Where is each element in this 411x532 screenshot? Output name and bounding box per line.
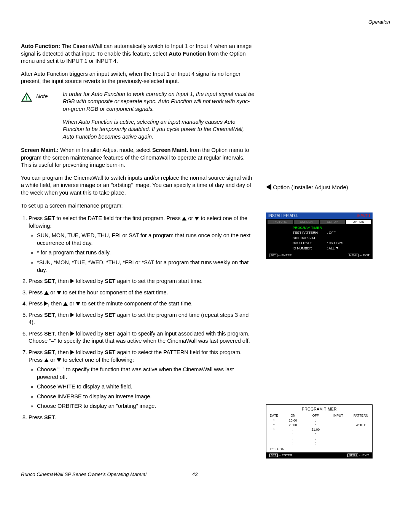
- header-section: Operation: [21, 19, 390, 25]
- pt-menu-button: MENU: [347, 454, 358, 457]
- osd-set-button: SET: [269, 254, 277, 257]
- right-arrow-icon: [70, 279, 74, 283]
- step-7: Press SET, then followed by SET again to…: [29, 349, 255, 410]
- pt-head-date: DATE: [266, 414, 282, 417]
- step-2: Press SET, then followed by SET again to…: [29, 278, 255, 285]
- horizontal-rule: [21, 34, 390, 34]
- side-heading: Option (Installer Adjust Mode): [266, 184, 390, 191]
- pt-set-button: SET: [269, 454, 278, 457]
- osd-tab-screen: SCREEN: [294, 220, 319, 224]
- warning-icon: [21, 91, 32, 104]
- para-setup-intro: To set up a screen maintenance program:: [21, 202, 255, 210]
- screen-maint-t1: When in Installer Adjust mode, select: [60, 147, 152, 153]
- step-1: Press SET to select the DATE field for t…: [29, 215, 255, 274]
- dropdown-icon: [336, 247, 339, 249]
- note-text-1: In order for Auto Function to work corre…: [63, 91, 255, 113]
- osd-figure: INSTALLER ADJ. INPUT 3 PICTURE SCREEN SE…: [266, 212, 373, 259]
- para-program-desc: You can program the CinemaWall to switch…: [21, 174, 255, 197]
- right-arrow-icon: [44, 301, 48, 306]
- step-5: Press SET, then followed by SET again to…: [29, 312, 255, 326]
- footer: Runco CinemaWall SP Series Owner's Opera…: [21, 471, 390, 477]
- para-auto-function-2: After Auto Function triggers an input sw…: [21, 70, 255, 85]
- down-arrow-icon: [57, 291, 61, 295]
- osd-row-id: ID NUMBER: [293, 246, 327, 251]
- screen-maint-t2: Screen Maint.: [152, 147, 188, 153]
- pt-head-input: INPUT: [327, 414, 350, 417]
- pt-row: *20:00:WHITE: [266, 423, 372, 427]
- step-1-bullet-3: *SUN, *MON, *TUE, *WED, *THU, *FRI or *S…: [37, 259, 255, 274]
- pt-row: *:21:00: [266, 427, 372, 432]
- up-arrow-icon: [44, 291, 49, 295]
- note-text-2: When Auto Function is active, selecting …: [63, 118, 255, 141]
- osd-title: INSTALLER ADJ.: [268, 214, 298, 218]
- step-7-bullet-4: Choose ORBITER to display an "orbiting" …: [37, 403, 255, 410]
- right-arrow-icon: [70, 313, 74, 317]
- step-4: Press , then or to set the minute compon…: [29, 300, 255, 308]
- pt-row: ::: [266, 441, 372, 446]
- osd-row-sidebar: SIDEBAR ADJ.: [293, 236, 327, 241]
- note-label: Note: [36, 91, 59, 101]
- pt-row: ::: [266, 432, 372, 436]
- osd-tab-option: OPTION: [346, 220, 371, 224]
- down-arrow-icon: [194, 217, 199, 220]
- step-7-bullet-1: Choose "–" to specify the function that …: [37, 366, 255, 381]
- step-7-bullet-2: Choose WHITE to display a white field.: [37, 383, 255, 391]
- pt-head-on: ON: [282, 414, 304, 417]
- screen-maint-lead: Screen Maint.:: [21, 147, 60, 153]
- osd-input-label: INPUT 3: [357, 214, 370, 218]
- osd-row-baud: BAUD RATE: [293, 241, 327, 246]
- right-arrow-icon: [70, 331, 74, 336]
- program-timer-figure: PROGRAM TIMER DATE ON OFF INPUT PATTERN …: [266, 404, 373, 459]
- pt-row: *10:00:: [266, 418, 372, 423]
- pt-head-off: OFF: [304, 414, 327, 417]
- right-arrow-icon: [70, 350, 74, 355]
- osd-menu-button: MENU: [348, 254, 359, 257]
- para-auto-function: Auto Function: The CinemaWall can automa…: [21, 43, 255, 65]
- pt-title: PROGRAM TIMER: [266, 405, 372, 413]
- page-number: 43: [192, 471, 198, 477]
- osd-tab-picture: PICTURE: [268, 220, 293, 224]
- up-arrow-icon: [63, 302, 68, 306]
- pt-return: RETURN: [266, 446, 372, 452]
- para-screen-maint: Screen Maint.: When in Installer Adjust …: [21, 147, 255, 169]
- svg-rect-3: [26, 99, 27, 100]
- pt-row: ::: [266, 436, 372, 441]
- step-1-bullet-2: * for a program that runs daily.: [37, 249, 255, 257]
- svg-rect-2: [26, 96, 27, 99]
- osd-row-program-timer: PROGRAM TIMER: [293, 225, 327, 231]
- step-8: Press SET.: [29, 414, 255, 422]
- step-3: Press or to set the hour component of th…: [29, 289, 255, 297]
- left-arrow-icon: [266, 184, 271, 190]
- step-6: Press SET, then followed by SET again to…: [29, 330, 255, 345]
- steps-list: Press SET to select the DATE field for t…: [21, 215, 255, 421]
- up-arrow-icon: [44, 358, 49, 362]
- osd-row-test-pattern: TEST PATTERN: [293, 230, 327, 236]
- step-1-bullet-1: SUN, MON, TUE, WED, THU, FRI or SAT for …: [37, 232, 255, 247]
- down-arrow-icon: [57, 358, 61, 362]
- osd-tab-setup: SET UP: [320, 220, 345, 224]
- step-7-bullet-3: Choose INVERSE to display an inverse ima…: [37, 393, 255, 401]
- down-arrow-icon: [76, 302, 80, 306]
- pt-head-pattern: PATTERN: [350, 414, 373, 417]
- up-arrow-icon: [182, 217, 186, 220]
